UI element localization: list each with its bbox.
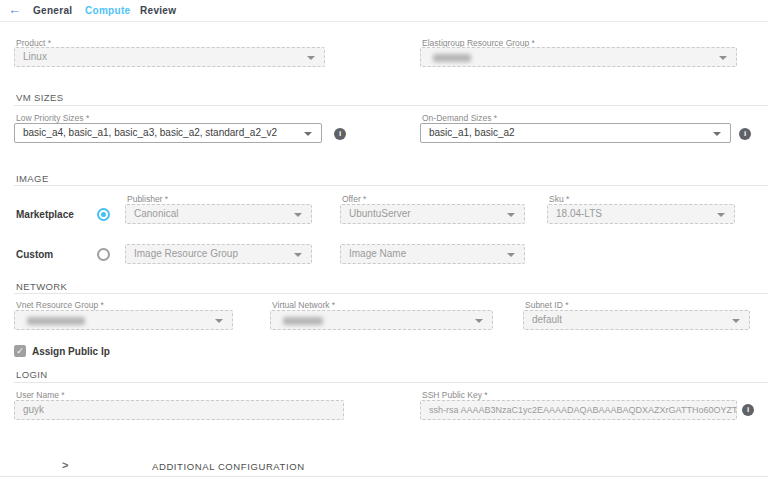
tab-compute[interactable]: Compute bbox=[85, 5, 130, 16]
compute-form-page: ← General Compute Review Product * Linux… bbox=[0, 0, 768, 483]
chevron-down-icon bbox=[507, 213, 515, 217]
subnet-id-value: default bbox=[532, 314, 562, 325]
redacted-value bbox=[27, 317, 85, 325]
subnet-id-label: Subnet ID * bbox=[525, 300, 568, 310]
product-dropdown: Linux bbox=[14, 47, 325, 67]
divider bbox=[14, 185, 768, 186]
info-icon[interactable]: i bbox=[742, 404, 754, 416]
tab-bar: ← General Compute Review bbox=[0, 0, 768, 22]
chevron-down-icon bbox=[713, 132, 721, 136]
ssh-public-key-label: SSH Public Key * bbox=[422, 390, 488, 400]
user-name-value: guyk bbox=[23, 404, 44, 415]
publisher-value: Canonical bbox=[134, 208, 178, 219]
low-priority-sizes-dropdown[interactable]: basic_a4, basic_a1, basic_a3, basic_a2, … bbox=[14, 123, 322, 143]
divider bbox=[0, 476, 768, 477]
chevron-down-icon bbox=[294, 213, 302, 217]
divider bbox=[14, 293, 768, 294]
low-priority-sizes-value: basic_a4, basic_a1, basic_a3, basic_a2, … bbox=[23, 127, 277, 138]
chevron-down-icon bbox=[215, 319, 223, 323]
assign-public-ip-label: Assign Public Ip bbox=[32, 346, 110, 357]
chevron-down-icon bbox=[475, 319, 483, 323]
custom-radio-label: Custom bbox=[16, 249, 53, 260]
image-name-placeholder: Image Name bbox=[349, 248, 406, 259]
product-value: Linux bbox=[23, 51, 47, 62]
publisher-dropdown: Canonical bbox=[125, 204, 312, 224]
offer-dropdown: UbuntuServer bbox=[340, 204, 525, 224]
on-demand-sizes-value: basic_a1, basic_a2 bbox=[429, 127, 515, 138]
sku-value: 18.04-LTS bbox=[556, 208, 602, 219]
tab-general[interactable]: General bbox=[33, 5, 72, 16]
virtual-network-label: Virtual Network * bbox=[272, 300, 335, 310]
assign-public-ip-checkbox[interactable]: ✓ bbox=[14, 345, 26, 357]
sku-dropdown: 18.04-LTS bbox=[547, 204, 735, 224]
marketplace-radio[interactable] bbox=[97, 208, 110, 221]
chevron-down-icon bbox=[719, 56, 727, 60]
chevron-down-icon bbox=[294, 253, 302, 257]
image-name-dropdown: Image Name bbox=[340, 244, 525, 264]
login-section-title: LOGIN bbox=[16, 369, 48, 380]
vnet-resource-group-dropdown bbox=[14, 310, 233, 330]
marketplace-radio-label: Marketplace bbox=[16, 209, 74, 220]
chevron-down-icon bbox=[507, 253, 515, 257]
low-priority-sizes-label: Low Priority Sizes * bbox=[16, 113, 89, 123]
image-resource-group-dropdown: Image Resource Group bbox=[125, 244, 312, 264]
network-section-title: NETWORK bbox=[16, 281, 67, 292]
elastigroup-resource-group-dropdown bbox=[420, 47, 737, 67]
offer-label: Offer * bbox=[342, 194, 366, 204]
info-icon[interactable]: i bbox=[334, 128, 346, 140]
redacted-value bbox=[283, 317, 323, 325]
redacted-value bbox=[433, 54, 471, 62]
chevron-down-icon bbox=[732, 319, 740, 323]
back-arrow-icon[interactable]: ← bbox=[8, 2, 21, 17]
radio-dot bbox=[101, 212, 106, 217]
additional-configuration-toggle[interactable]: ADDITIONAL CONFIGURATION bbox=[152, 461, 305, 472]
image-resource-group-placeholder: Image Resource Group bbox=[134, 248, 238, 259]
on-demand-sizes-dropdown[interactable]: basic_a1, basic_a2 bbox=[420, 123, 731, 143]
offer-value: UbuntuServer bbox=[349, 208, 411, 219]
ssh-public-key-input: ssh-rsa AAAAB3NzaC1yc2EAAAADAQABAAABAQDX… bbox=[420, 400, 737, 420]
sku-label: Sku * bbox=[549, 194, 569, 204]
on-demand-sizes-label: On-Demand Sizes * bbox=[422, 113, 497, 123]
divider bbox=[14, 382, 768, 383]
vm-sizes-section-title: VM SIZES bbox=[16, 92, 64, 103]
publisher-label: Publisher * bbox=[127, 194, 168, 204]
check-icon: ✓ bbox=[16, 346, 24, 356]
ssh-public-key-value: ssh-rsa AAAAB3NzaC1yc2EAAAADAQABAAABAQDX… bbox=[429, 405, 737, 415]
user-name-input: guyk bbox=[14, 400, 344, 420]
chevron-down-icon bbox=[304, 132, 312, 136]
vnet-resource-group-label: Vnet Resource Group * bbox=[16, 300, 104, 310]
chevron-down-icon bbox=[717, 213, 725, 217]
divider bbox=[14, 105, 768, 106]
image-section-title: IMAGE bbox=[16, 173, 49, 184]
chevron-down-icon bbox=[307, 56, 315, 60]
subnet-id-dropdown: default bbox=[523, 310, 750, 330]
virtual-network-dropdown bbox=[270, 310, 493, 330]
info-icon[interactable]: i bbox=[739, 128, 751, 140]
tab-review[interactable]: Review bbox=[140, 5, 176, 16]
user-name-label: User Name * bbox=[16, 390, 65, 400]
custom-radio[interactable] bbox=[97, 248, 110, 261]
expand-chevron-icon[interactable]: > bbox=[62, 459, 68, 471]
